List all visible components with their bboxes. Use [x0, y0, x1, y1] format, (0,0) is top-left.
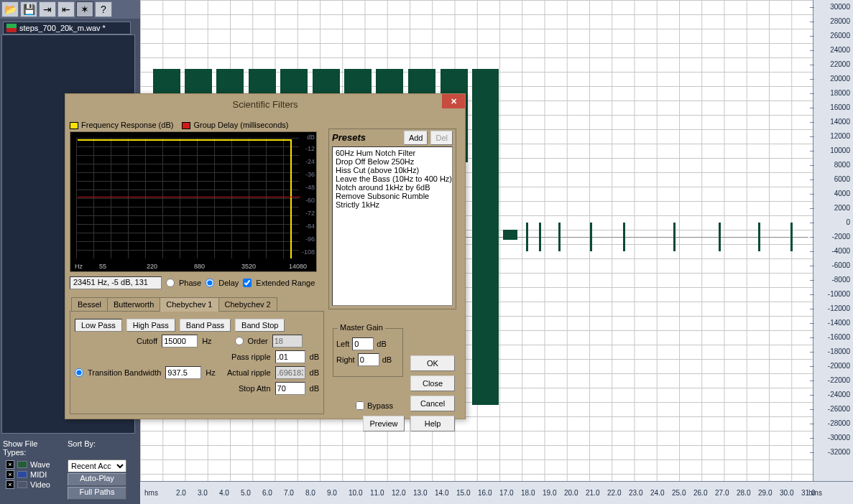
x-tick: 9.0 — [327, 489, 337, 497]
tab-bessel[interactable]: Bessel — [71, 297, 108, 312]
master-gain-frame: Master Gain LeftdB RightdB — [333, 328, 403, 377]
x-tick: 2.0 — [176, 489, 186, 497]
y-tick: 18000 — [814, 89, 850, 97]
dialog-titlebar[interactable]: Scientific Filters ✕ — [65, 94, 465, 114]
file-tab[interactable]: steps_700_20k_m.wav * — [3, 22, 131, 34]
tab-chebychev-2[interactable]: Chebychev 2 — [218, 297, 277, 312]
y-tick: 16000 — [814, 103, 850, 111]
y-tick: -14000 — [814, 319, 850, 327]
graph-x-tick: 3520 — [241, 263, 256, 270]
y-tick: -30000 — [814, 434, 850, 442]
fullpaths-button[interactable]: Full Paths — [68, 487, 126, 500]
graph-y-tick: -72 — [305, 210, 315, 217]
bypass-row: Bypass — [356, 401, 393, 410]
file-name: steps_700_20k_m.wav * — [19, 24, 106, 32]
y-tick: 12000 — [814, 132, 850, 140]
midi-icon — [17, 471, 27, 478]
y-tick: 14000 — [814, 118, 850, 126]
filetype-wave[interactable]: ×Wave — [3, 459, 62, 470]
y-tick: -18000 — [814, 347, 850, 355]
y-tick: -32000 — [814, 448, 850, 456]
x-unit: hms — [808, 489, 822, 497]
high-pass-button[interactable]: High Pass — [126, 319, 175, 332]
cutoff-input[interactable] — [162, 335, 198, 347]
preset-item[interactable]: Leave the Bass (10Hz to 400 Hz) — [334, 174, 451, 183]
preset-item[interactable]: Drop Off Below 250Hz — [334, 157, 451, 166]
y-tick: 24000 — [814, 46, 850, 54]
toolbar-export-icon[interactable]: ⇤ — [57, 1, 75, 17]
waveform-bar — [503, 230, 517, 240]
checkbox-icon[interactable]: × — [6, 480, 14, 489]
close-icon[interactable]: ✕ — [442, 94, 465, 108]
tab-chebychev-1[interactable]: Chebychev 1 — [160, 297, 218, 312]
preview-button[interactable]: Preview — [363, 416, 405, 431]
waveform-spike — [790, 223, 793, 251]
preset-add-button[interactable]: Add — [404, 131, 428, 145]
response-graph[interactable]: dB Hz -12-24-36-48-60-72-84-96-108552208… — [70, 131, 317, 272]
y-tick: 30000 — [814, 3, 850, 11]
cursor-readout: 23451 Hz, -5 dB, 131 — [70, 276, 162, 289]
y-tick: 2000 — [814, 204, 850, 212]
preset-del-button[interactable]: Del — [430, 131, 453, 145]
graph-x-tick: 880 — [194, 263, 205, 270]
x-tick: 10.0 — [349, 489, 362, 497]
y-tick: 6000 — [814, 175, 850, 183]
presets-title: Presets — [332, 132, 366, 143]
extended-range-checkbox[interactable] — [243, 279, 252, 287]
checkbox-icon[interactable]: × — [6, 470, 14, 479]
toolbar-help-icon[interactable]: ? — [95, 1, 112, 17]
waveform-spike — [526, 223, 528, 251]
band-pass-button[interactable]: Band Pass — [180, 319, 231, 332]
x-tick: 18.0 — [521, 489, 535, 497]
graph-y-tick: -24 — [305, 158, 315, 165]
preset-list[interactable]: 60Hz Hum Notch FilterDrop Off Below 250H… — [332, 146, 453, 306]
graph-y-tick: -84 — [305, 223, 315, 230]
y-axis-ruler: 3000028000260002400022000200001800016000… — [813, 0, 853, 481]
transition-bandwidth-radio[interactable] — [75, 368, 83, 377]
cancel-button[interactable]: Cancel — [410, 396, 455, 411]
y-tick: -4000 — [814, 247, 850, 255]
preset-item[interactable]: 60Hz Hum Notch Filter — [334, 149, 451, 157]
y-tick: -8000 — [814, 276, 850, 284]
delay-radio[interactable] — [206, 279, 214, 287]
order-radio[interactable] — [235, 337, 244, 345]
preset-item[interactable]: Notch around 1kHz by 6dB — [334, 183, 451, 192]
preset-item[interactable]: Hiss Cut (above 10kHz) — [334, 166, 451, 174]
phase-radio[interactable] — [166, 279, 175, 287]
low-pass-button[interactable]: Low Pass — [75, 319, 122, 332]
y-tick: 4000 — [814, 190, 850, 197]
y-tick: -28000 — [814, 419, 850, 427]
wave-icon — [17, 461, 27, 468]
band-stop-button[interactable]: Band Stop — [235, 319, 285, 332]
bypass-checkbox[interactable] — [356, 401, 364, 410]
close-button[interactable]: Close — [410, 375, 455, 391]
sorter-panel: Show File Types: Sort By: ×Wave ×MIDI ×V… — [0, 438, 137, 501]
x-tick: 20.0 — [564, 489, 578, 497]
autoplay-button[interactable]: Auto-Play — [68, 473, 126, 486]
toolbar-import-icon[interactable]: ⇥ — [39, 1, 56, 17]
x-tick: 14.0 — [435, 489, 448, 497]
toolbar-save-icon[interactable]: 💾 — [20, 1, 37, 17]
ok-button[interactable]: OK — [410, 355, 455, 371]
y-tick: 26000 — [814, 32, 850, 39]
sort-by-select[interactable]: Recent Acc — [68, 459, 126, 472]
presets-frame: Presets Add Del 60Hz Hum Notch FilterDro… — [328, 129, 456, 309]
master-left-input[interactable] — [352, 337, 374, 350]
toolbar-options-icon[interactable]: ✶ — [76, 1, 93, 17]
preset-item[interactable]: Strictly 1kHz — [334, 200, 451, 209]
pass-ripple-input[interactable] — [275, 350, 305, 363]
tab-butterworth[interactable]: Butterworth — [107, 297, 160, 312]
stop-attn-input[interactable] — [275, 382, 305, 395]
toolbar-open-icon[interactable]: 📂 — [1, 1, 19, 17]
x-tick: 21.0 — [586, 489, 599, 497]
filter-type-tabs: BesselButterworthChebychev 1Chebychev 2 — [71, 297, 277, 312]
filetype-midi[interactable]: ×MIDI — [3, 470, 62, 480]
waveform-spike — [758, 223, 760, 251]
preset-item[interactable]: Remove Subsonic Rumble — [334, 192, 451, 200]
help-button[interactable]: Help — [410, 416, 455, 431]
filetype-video[interactable]: ×Video — [3, 480, 62, 490]
master-right-input[interactable] — [358, 353, 379, 366]
checkbox-icon[interactable]: × — [6, 460, 14, 469]
transition-bandwidth-input[interactable] — [165, 366, 201, 379]
graph-y-tick: -108 — [302, 248, 315, 256]
